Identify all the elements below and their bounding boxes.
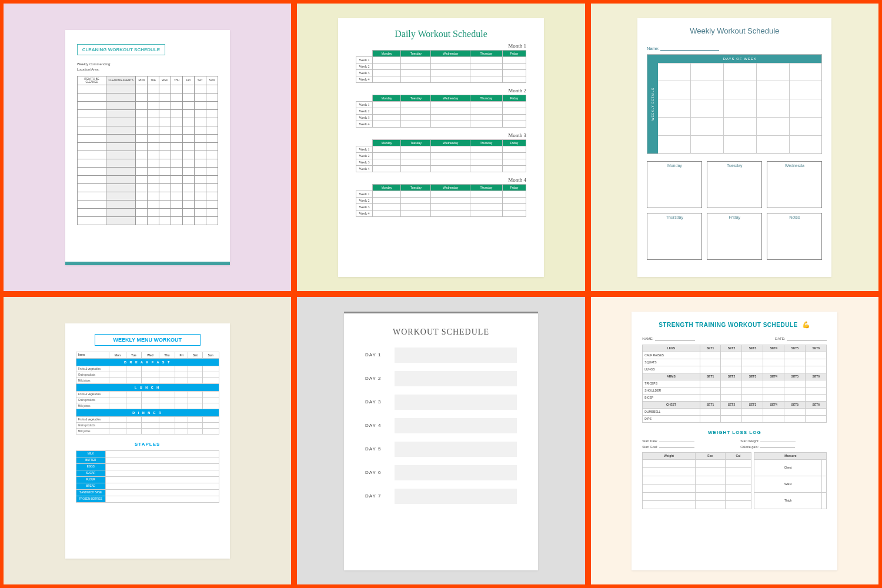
- th-item: ITEM TO BE CLEANED: [77, 76, 106, 85]
- title-text: STRENGTH TRAINING WORKOUT SCHEDULE: [659, 322, 797, 328]
- template-cleaning-schedule[interactable]: CLEANING WORKOUT SCHEDULE Weekly Commenc…: [4, 4, 291, 291]
- th-day: Thursday: [470, 184, 502, 191]
- th-day: Friday: [502, 95, 526, 101]
- set-header: SET3: [742, 401, 763, 408]
- title: WEEKLY MENU WORKOUT: [95, 334, 201, 346]
- day-box: [395, 371, 517, 386]
- exercise-row: TRICEPS: [643, 380, 700, 387]
- exercise-row: DIPS: [643, 415, 700, 422]
- exercise-row: DUMBBELL: [643, 408, 700, 415]
- staples-title: STAPLES: [76, 442, 219, 447]
- measure-header: Measure: [754, 452, 827, 459]
- staple-label: FLOUR: [76, 476, 105, 483]
- day-box: [395, 348, 517, 363]
- muscle-icon: 💪: [802, 321, 811, 328]
- exercise-row: SHOULDER: [643, 387, 700, 394]
- footer-bar: [65, 262, 230, 265]
- set-header: SET3: [742, 373, 763, 380]
- row-item: Grain products: [76, 372, 109, 377]
- day-box: Friday: [707, 213, 762, 260]
- page: CLEANING WORKOUT SCHEDULE Weekly Commenc…: [65, 30, 230, 265]
- day-box: [395, 395, 517, 410]
- th-day: Monday: [372, 50, 400, 56]
- row-week: Week 2: [356, 152, 372, 159]
- th-day: Thu: [159, 352, 175, 358]
- staple-label: BUTTER: [76, 457, 105, 463]
- staple-label: FROZEN BERRIES: [76, 496, 105, 502]
- set-header: SET6: [806, 401, 827, 408]
- body-part: Thigh: [754, 492, 822, 509]
- th-day: Wednesday: [431, 184, 470, 191]
- template-grid: CLEANING WORKOUT SCHEDULE Weekly Commenc…: [0, 0, 882, 588]
- row-week: Week 3: [356, 114, 372, 121]
- th-day: Sat: [188, 352, 203, 358]
- day-row: DAY 1: [365, 348, 517, 363]
- set-header: SET2: [721, 373, 742, 380]
- side-label: WEEKLY DETAILS: [647, 55, 658, 153]
- name-label: Name:: [647, 46, 659, 51]
- day-row: DAY 6: [365, 465, 517, 480]
- meal-header: L U N C H: [76, 383, 219, 391]
- th-day: Wednesday: [431, 139, 470, 146]
- th-day: Friday: [502, 184, 526, 191]
- month-block: Month 4MondayTuesdayWednesdayThursdayFri…: [356, 177, 526, 217]
- day-box: Wednesda: [767, 161, 822, 208]
- month-block: Month 1MondayTuesdayWednesdayThursdayFri…: [356, 43, 526, 83]
- cleaning-table: ITEM TO BE CLEANED CLEANING AGENTS MON T…: [77, 76, 218, 225]
- row-week: Week 4: [356, 210, 372, 216]
- day-row: DAY 2: [365, 371, 517, 386]
- template-weekly-schedule[interactable]: Weekly Workout Schedule Name: WEEKLY DET…: [591, 4, 878, 291]
- page: WEEKLY MENU WORKOUT ItemsMonTueWedThuFri…: [65, 323, 230, 559]
- meta-location: Location/Area:: [77, 68, 218, 71]
- day-box: [395, 442, 517, 457]
- set-header: SET4: [763, 401, 784, 408]
- day-label: DAY 4: [365, 423, 395, 428]
- template-workout-days[interactable]: WORKOUT SCHEDULE DAY 1DAY 2DAY 3DAY 4DAY…: [297, 297, 584, 584]
- meal-header: D I N N E R: [76, 409, 219, 416]
- month-label: Month 1: [356, 43, 526, 49]
- th-day: THU: [171, 76, 182, 85]
- page: Daily Workout Schedule Month 1MondayTues…: [338, 18, 544, 277]
- row-week: Week 3: [356, 69, 372, 76]
- exercise-row: BICEP: [643, 394, 700, 401]
- set-header: SET4: [763, 373, 784, 380]
- day-label: DAY 6: [365, 470, 395, 475]
- title: Daily Workout Schedule: [356, 29, 526, 39]
- template-daily-schedule[interactable]: Daily Workout Schedule Month 1MondayTues…: [297, 4, 584, 291]
- day-row: DAY 3: [365, 395, 517, 410]
- meta-commencing: Weekly Commencing:: [77, 62, 218, 66]
- field-row: NAME: DATE:: [642, 337, 827, 341]
- day-row: DAY 5: [365, 442, 517, 457]
- set-header: SET1: [700, 401, 721, 408]
- weekly-grid: WEEKLY DETAILS DAYS OF WEEK: [647, 54, 822, 154]
- th-day: Thursday: [470, 50, 502, 56]
- set-header: SET1: [700, 345, 721, 352]
- day-label: DAY 1: [365, 352, 395, 358]
- set-header: SET3: [742, 345, 763, 352]
- name-field: Name:: [647, 46, 822, 51]
- set-header: SET1: [700, 373, 721, 380]
- title: WORKOUT SCHEDULE: [365, 328, 517, 337]
- title: CLEANING WORKOUT SCHEDULE: [77, 44, 165, 55]
- log-cg: Calorie gain:: [740, 445, 759, 449]
- log-col: Exe: [695, 452, 725, 459]
- th-day: Monday: [372, 139, 400, 146]
- log-col: Weight: [643, 452, 696, 459]
- exercise-row: SQUATS: [643, 359, 700, 366]
- template-strength-training[interactable]: STRENGTH TRAINING WORKOUT SCHEDULE 💪 NAM…: [591, 297, 878, 584]
- th-day: WED: [159, 76, 171, 85]
- template-menu-workout[interactable]: WEEKLY MENU WORKOUT ItemsMonTueWedThuFri…: [4, 297, 291, 584]
- staple-label: BREAD: [76, 483, 105, 489]
- row-week: Week 3: [356, 203, 372, 210]
- month-block: Month 3MondayTuesdayWednesdayThursdayFri…: [356, 132, 526, 172]
- strength-table: LEGSSET1SET2SET3SET4SET5SET6CALF RAISESS…: [642, 345, 827, 423]
- log-sd: Start Date:: [642, 439, 657, 443]
- day-label: DAY 5: [365, 446, 395, 452]
- title: Weekly Workout Schedule: [647, 26, 822, 35]
- row-item: Milk juices: [76, 377, 109, 383]
- day-box: [395, 418, 517, 433]
- log-table: WeightExeCal: [642, 452, 751, 509]
- log-title: WEIGHT LOSS LOG: [642, 430, 827, 435]
- page: Weekly Workout Schedule Name: WEEKLY DET…: [637, 18, 831, 277]
- toprow: DAYS OF WEEK: [658, 55, 821, 63]
